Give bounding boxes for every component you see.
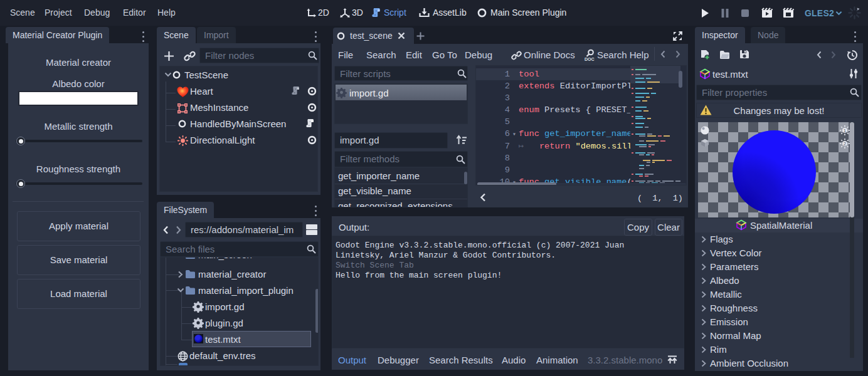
svg-text:DOC: DOC bbox=[585, 57, 595, 61]
svg-text:2: 2 bbox=[844, 141, 847, 147]
svg-text:1: 1 bbox=[844, 128, 847, 133]
